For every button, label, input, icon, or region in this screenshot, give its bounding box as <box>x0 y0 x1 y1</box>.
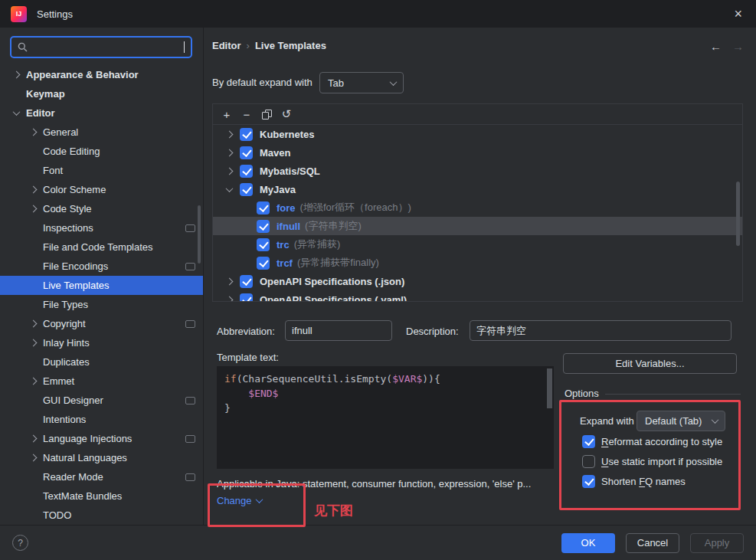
sidebar-item-gui-designer[interactable]: GUI Designer <box>0 391 203 410</box>
sidebar-item-font[interactable]: Font <box>0 161 203 180</box>
restore-defaults-icon[interactable]: ↺ <box>277 106 296 123</box>
checkbox[interactable] <box>240 275 253 288</box>
breadcrumb-editor[interactable]: Editor <box>212 40 241 51</box>
default-expand-select[interactable]: Tab <box>319 72 404 93</box>
chevron-right-icon[interactable] <box>30 186 38 194</box>
description-field[interactable] <box>470 320 731 341</box>
sidebar-item-keymap[interactable]: Keymap <box>0 84 203 103</box>
chevron-down-icon[interactable] <box>13 108 21 116</box>
chevron-right-icon[interactable] <box>13 71 21 79</box>
option-reformat-according-to-style[interactable]: Reformat according to style <box>582 434 722 448</box>
template-description: (增强for循环（foreach）) <box>300 201 411 215</box>
editor-scrollbar[interactable] <box>547 368 552 408</box>
edit-variables-button[interactable]: Edit Variables... <box>563 353 737 374</box>
chevron-right-icon[interactable] <box>30 378 38 385</box>
chevron-right-icon[interactable] <box>226 149 234 156</box>
sidebar-item-file-encodings[interactable]: File Encodings <box>0 257 203 276</box>
sidebar-item-file-types[interactable]: File Types <box>0 295 203 314</box>
checkbox[interactable] <box>240 165 253 178</box>
abbreviation-field[interactable] <box>285 320 392 341</box>
sidebar-item-reader-mode[interactable]: Reader Mode <box>0 467 203 486</box>
template-text-editor[interactable]: if(CharSequenceUtil.isEmpty($VAR$)){ $EN… <box>217 366 554 469</box>
expand-with-select[interactable]: Default (Tab) <box>637 411 725 431</box>
sidebar-item-live-templates[interactable]: Live Templates <box>0 276 203 295</box>
checkbox[interactable] <box>240 183 253 196</box>
ok-button[interactable]: OK <box>561 533 615 553</box>
sidebar-item-general[interactable]: General <box>0 123 203 142</box>
template-group-openapi-specifications-json[interactable]: OpenAPI Specifications (.json) <box>213 272 742 290</box>
chevron-right-icon[interactable] <box>226 296 234 301</box>
template-item-trcf[interactable]: trcf(异常捕获带finally) <box>213 254 742 272</box>
template-group-kubernetes[interactable]: Kubernetes <box>213 125 742 143</box>
checkbox[interactable] <box>257 201 270 215</box>
sidebar-item-todo[interactable]: TODO <box>0 506 203 525</box>
code-segment: $END$ <box>248 388 278 399</box>
sidebar-item-editor[interactable]: Editor <box>0 103 203 123</box>
sidebar-item-file-and-code-templates[interactable]: File and Code Templates <box>0 237 203 257</box>
checkbox[interactable] <box>240 146 253 159</box>
code-segment: (CharSequenceUtil.isEmpty( <box>237 373 393 385</box>
template-group-maven[interactable]: Maven <box>213 143 742 162</box>
settings-window: IJ Settings × Appearance & BehaviorKeyma… <box>0 0 756 560</box>
cancel-button[interactable]: Cancel <box>626 533 679 553</box>
template-group-label: Mybatis/SQL <box>260 165 320 177</box>
sidebar-scrollbar[interactable] <box>198 205 201 264</box>
checkbox[interactable] <box>582 455 595 468</box>
remove-template-icon[interactable]: − <box>237 106 257 123</box>
window-title: Settings <box>37 8 73 20</box>
sidebar-item-label: Editor <box>26 107 55 119</box>
chevron-right-icon[interactable] <box>226 277 234 285</box>
template-item-trc[interactable]: trc(异常捕获) <box>213 235 742 254</box>
close-icon[interactable]: × <box>731 7 745 21</box>
sidebar-item-language-injections[interactable]: Language Injections <box>0 429 203 448</box>
chevron-right-icon[interactable] <box>30 320 38 328</box>
checkbox[interactable] <box>240 293 253 302</box>
sidebar-item-natural-languages[interactable]: Natural Languages <box>0 448 203 467</box>
option-use-static-import-if-possible[interactable]: Use static import if possible <box>582 454 722 468</box>
checkbox[interactable] <box>257 257 270 270</box>
chevron-right-icon[interactable] <box>226 167 234 175</box>
sidebar-item-textmate-bundles[interactable]: TextMate Bundles <box>0 486 203 506</box>
chevron-right-icon[interactable] <box>30 205 38 213</box>
chevron-right-icon[interactable] <box>226 130 234 138</box>
sidebar-item-emmet[interactable]: Emmet <box>0 372 203 391</box>
sidebar-item-inspections[interactable]: Inspections <box>0 218 203 237</box>
sidebar-item-copyright[interactable]: Copyright <box>0 314 203 333</box>
template-group-mybatis-sql[interactable]: Mybatis/SQL <box>213 162 742 180</box>
sidebar-item-inlay-hints[interactable]: Inlay Hints <box>0 333 203 352</box>
option-shorten-fq-names[interactable]: Shorten FQ names <box>582 474 722 488</box>
sidebar-item-duplicates[interactable]: Duplicates <box>0 352 203 372</box>
back-arrow-icon[interactable]: ← <box>710 40 722 53</box>
sidebar-item-color-scheme[interactable]: Color Scheme <box>0 180 203 199</box>
chevron-right-icon[interactable] <box>30 454 38 462</box>
duplicate-template-icon[interactable] <box>257 106 277 123</box>
chevron-right-icon[interactable] <box>30 435 38 443</box>
checkbox[interactable] <box>257 238 270 251</box>
sidebar-item-code-editing[interactable]: Code Editing <box>0 142 203 161</box>
checkbox[interactable] <box>240 128 253 141</box>
sidebar-item-label: Font <box>43 165 63 176</box>
templates-panel: + − ↺ KubernetesMavenMybatis/SQLMyJavafo… <box>212 103 743 302</box>
copy-icon <box>262 110 272 119</box>
sidebar-item-appearance-behavior[interactable]: Appearance & Behavior <box>0 65 203 84</box>
ide-settings-icon <box>185 473 195 481</box>
search-input[interactable] <box>33 41 184 53</box>
chevron-right-icon[interactable] <box>30 129 38 136</box>
template-item-fore[interactable]: fore(增强for循环（foreach）) <box>213 198 742 217</box>
checkbox[interactable] <box>257 220 270 233</box>
sidebar-item-code-style[interactable]: Code Style <box>0 199 203 218</box>
sidebar-item-intentions[interactable]: Intentions <box>0 410 203 429</box>
help-button[interactable]: ? <box>12 535 28 551</box>
add-template-icon[interactable]: + <box>217 106 237 123</box>
settings-search-field[interactable] <box>10 36 192 58</box>
template-group-myjava[interactable]: MyJava <box>213 180 742 198</box>
checkbox[interactable] <box>582 475 595 488</box>
template-group-openapi-specifications-yaml[interactable]: OpenAPI Specifications (.yaml) <box>213 290 742 301</box>
templates-scrollbar[interactable] <box>736 182 740 246</box>
sidebar-item-label: Keymap <box>26 88 65 100</box>
template-item-ifnull[interactable]: ifnull(字符串判空) <box>213 217 742 235</box>
chevron-down-icon[interactable] <box>226 185 234 192</box>
change-contexts-link[interactable]: Change <box>217 495 262 506</box>
chevron-right-icon[interactable] <box>30 339 38 347</box>
checkbox[interactable] <box>582 435 595 448</box>
